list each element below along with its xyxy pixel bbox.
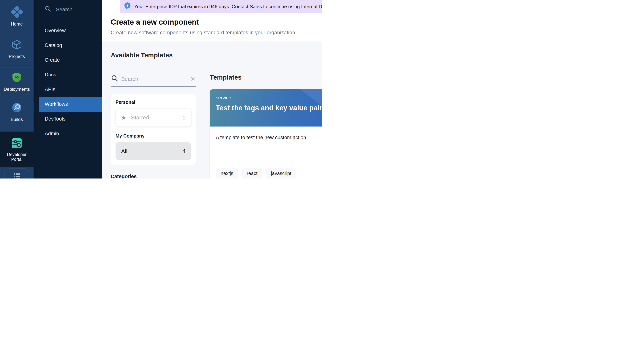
sidebar-item-apis[interactable]: APIs xyxy=(34,82,102,97)
card-type: service xyxy=(216,95,322,100)
search-icon xyxy=(112,75,118,83)
grid-icon xyxy=(14,173,20,178)
template-card: ☆ service Test the tags and key value pa… xyxy=(210,89,322,178)
developer-portal-icon xyxy=(12,138,22,150)
module-rail: Home Projects ∞ Deployments Builds Devel… xyxy=(0,0,34,178)
sidebar-item-devtools[interactable]: DevTools xyxy=(34,112,102,126)
sidebar-item-overview[interactable]: Overview xyxy=(34,23,102,38)
tag-chip: nextjs xyxy=(216,168,238,178)
page-header: Create a new component Create new softwa… xyxy=(102,13,322,42)
module-picker-button[interactable] xyxy=(4,168,29,178)
rail-item-builds[interactable]: Builds xyxy=(0,102,34,122)
sidebar-item-admin[interactable]: Admin xyxy=(34,126,102,141)
templates-section: Templates ☆ service Test the tags and ke… xyxy=(210,71,322,178)
card-body: A template to test the new custom action… xyxy=(210,126,322,178)
starred-filter-row[interactable]: ★ Starred 0 xyxy=(116,109,191,126)
main-area: Available Templates Register Existing Co… xyxy=(102,42,322,178)
card-tags: nextjs react javascript xyxy=(216,168,322,178)
sidebar-item-workflows[interactable]: Workflows xyxy=(39,97,102,112)
templates-heading: Templates xyxy=(210,74,322,81)
content-column: Your Enterprise IDP trial expires in 946… xyxy=(102,0,322,178)
build-search-icon xyxy=(11,102,22,114)
filters-panel: ✕ Personal ★ Starred 0 My Company All 4 xyxy=(111,71,196,178)
template-search-field[interactable]: ✕ xyxy=(111,71,196,87)
page-title: Create a new component xyxy=(111,18,322,26)
personal-label: Personal xyxy=(116,100,191,105)
clear-search-icon[interactable]: ✕ xyxy=(190,76,195,82)
templates-toolbar: Available Templates Register Existing Co… xyxy=(111,49,322,62)
sidebar-search-label: Search xyxy=(56,6,72,12)
tag-chip: react xyxy=(242,168,262,178)
app-root: Home Projects ∞ Deployments Builds Devel… xyxy=(0,0,322,178)
all-count: 4 xyxy=(182,148,186,154)
sidebar-item-create[interactable]: Create xyxy=(34,53,102,68)
rail-label-home: Home xyxy=(11,22,23,26)
harness-logo-icon xyxy=(11,6,23,19)
sidebar-nav-list: Overview Catalog Create Docs APIs Workfl… xyxy=(34,23,102,141)
sidebar-item-docs[interactable]: Docs xyxy=(34,68,102,82)
templates-grid: ☆ service Test the tags and key value pa… xyxy=(210,89,322,178)
page-subtitle: Create new software components using sta… xyxy=(111,30,322,36)
rail-label-developer-portal: Developer Portal xyxy=(2,152,32,162)
rail-label-projects: Projects xyxy=(9,54,25,59)
categories-label: Categories xyxy=(111,174,196,178)
idp-sidebar: Search Overview Catalog Create Docs APIs… xyxy=(34,0,102,178)
search-icon xyxy=(45,6,51,13)
shield-infinity-icon: ∞ xyxy=(11,72,22,84)
info-bubble-icon xyxy=(124,2,131,11)
rail-item-home[interactable]: Home xyxy=(0,6,34,26)
sidebar-search-button[interactable]: Search xyxy=(34,0,102,18)
tag-chip: javascript xyxy=(266,168,296,178)
card-description: A template to test the new custom action xyxy=(216,134,322,141)
ownership-filter-card: Personal ★ Starred 0 My Company All 4 xyxy=(111,94,196,165)
rail-item-developer-portal[interactable]: Developer Portal xyxy=(0,132,34,167)
all-filter-row[interactable]: All 4 xyxy=(116,142,191,160)
sidebar-item-catalog[interactable]: Catalog xyxy=(34,38,102,53)
available-templates-heading: Available Templates xyxy=(111,52,173,59)
search-input[interactable] xyxy=(121,76,187,82)
starred-count: 0 xyxy=(182,114,186,121)
rail-label-builds: Builds xyxy=(10,117,23,122)
cube-icon xyxy=(11,39,22,52)
all-label: All xyxy=(121,148,127,154)
divider xyxy=(45,18,92,18)
card-title: Test the tags and key value pair xyxy=(216,104,322,112)
my-company-label: My Company xyxy=(116,133,191,139)
workspace: ✕ Personal ★ Starred 0 My Company All 4 xyxy=(111,71,322,178)
rail-item-projects[interactable]: Projects xyxy=(0,39,34,59)
svg-text:∞: ∞ xyxy=(15,74,19,80)
rail-label-deployments: Deployments xyxy=(4,87,30,92)
trial-banner: Your Enterprise IDP trial expires in 946… xyxy=(120,0,322,13)
rail-item-deployments[interactable]: ∞ Deployments xyxy=(0,67,34,92)
starred-label: Starred xyxy=(131,114,149,121)
banner-text: Your Enterprise IDP trial expires in 946… xyxy=(134,4,322,10)
star-icon: ★ xyxy=(121,114,126,121)
card-header: ☆ service Test the tags and key value pa… xyxy=(210,89,322,126)
